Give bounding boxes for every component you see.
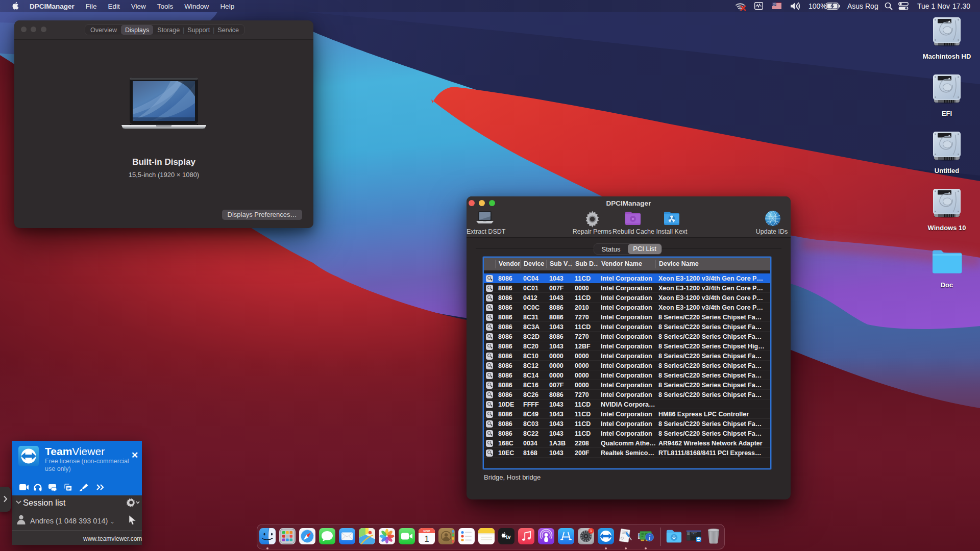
svg-text:NOV: NOV: [423, 530, 430, 533]
svg-text:1: 1: [424, 534, 429, 543]
svg-text:i: i: [649, 534, 651, 541]
svg-text:1: 1: [590, 529, 593, 533]
svg-text:tv: tv: [506, 534, 510, 540]
